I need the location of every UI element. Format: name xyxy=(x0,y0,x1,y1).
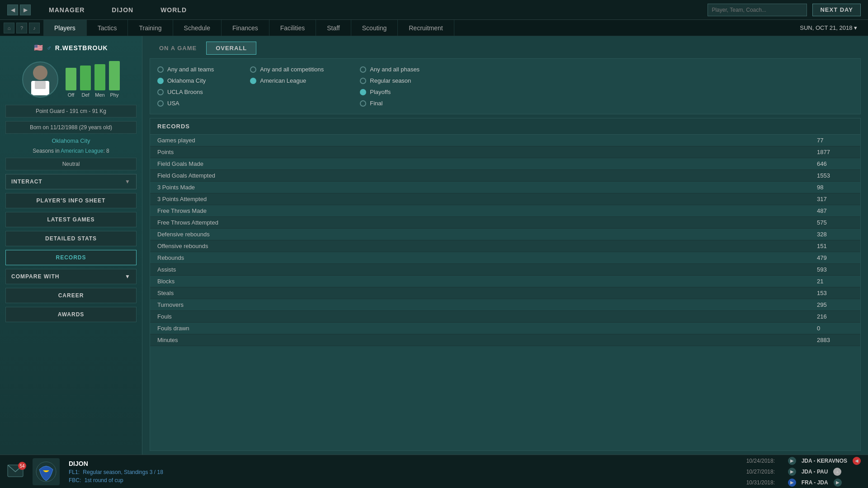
radio-oklahoma-circle xyxy=(157,78,164,84)
tab-finances[interactable]: Finances xyxy=(222,20,269,36)
svg-point-0 xyxy=(33,66,47,80)
record-name: Points xyxy=(157,149,817,155)
radio-all-teams-circle xyxy=(157,66,164,73)
record-value: 21 xyxy=(817,278,853,285)
radio-playoffs-label: Playoffs xyxy=(370,89,391,95)
radio-usa[interactable]: USA xyxy=(157,100,214,107)
record-row: Fouls drawn 0 xyxy=(150,323,860,334)
record-name: Minutes xyxy=(157,337,817,343)
team-logo xyxy=(33,458,60,485)
radio-all-teams[interactable]: Any and all teams xyxy=(157,66,214,73)
nav-links: MANAGER DIJON WORLD xyxy=(49,6,187,14)
latest-games-button[interactable]: LATEST GAMES xyxy=(5,212,137,227)
stat-bar-phy xyxy=(109,61,120,90)
record-name: Free Throws Made xyxy=(157,207,817,214)
match-3-right-icon: ▶ xyxy=(834,479,842,487)
radio-final-circle xyxy=(360,100,366,107)
nav-dijon[interactable]: DIJON xyxy=(112,6,133,14)
stat-bars: Off Def Men Phy xyxy=(66,61,120,98)
record-value: 0 xyxy=(817,325,853,332)
record-value: 98 xyxy=(817,184,853,191)
stat-bar-def xyxy=(80,66,91,90)
avatar-svg xyxy=(27,64,54,95)
match-2-icon: ▶ xyxy=(788,468,796,476)
career-button[interactable]: CAREER xyxy=(5,288,137,303)
record-row: Games played 77 xyxy=(150,135,860,146)
record-row: Turnovers 295 xyxy=(150,299,860,311)
back-button[interactable]: ◀ xyxy=(7,5,18,15)
tab-recruitment[interactable]: Recruitment xyxy=(398,20,454,36)
nav-manager[interactable]: MANAGER xyxy=(49,6,85,14)
record-value: 575 xyxy=(817,219,853,226)
match-1-right-icon: ◀ xyxy=(853,457,861,465)
bottom-info: DIJON FL1: Regular season, Standings 3 /… xyxy=(69,460,165,483)
record-name: Offensive rebounds xyxy=(157,243,817,249)
compare-with-button[interactable]: COMPARE WITH ▼ xyxy=(5,269,137,284)
record-row: Rebounds 479 xyxy=(150,252,860,264)
radio-ucla-circle xyxy=(157,89,164,95)
stat-bar-men xyxy=(94,64,105,90)
record-name: Assists xyxy=(157,266,817,273)
nav-arrows: ◀ ▶ xyxy=(7,5,31,15)
player-info-sheet-button[interactable]: PLAYER'S INFO SHEET xyxy=(5,193,137,208)
records-table: Games played 77 Points 1877 Field Goals … xyxy=(150,135,860,346)
player-team[interactable]: Oklahoma City xyxy=(5,137,137,144)
radio-regular-season[interactable]: Regular season xyxy=(360,77,420,84)
search-input[interactable] xyxy=(708,4,807,16)
sec-nav-icons: ⌂ ? ♪ xyxy=(4,23,40,33)
radio-playoffs[interactable]: Playoffs xyxy=(360,89,420,95)
records-button[interactable]: RECORDS xyxy=(5,250,137,265)
stat-phy-label: Phy xyxy=(110,92,119,98)
record-value: 153 xyxy=(817,290,853,296)
radio-final[interactable]: Final xyxy=(360,100,420,107)
records-header: RECORDS xyxy=(150,118,860,135)
fl1-value: Regular season, Standings 3 / 18 xyxy=(83,469,163,475)
tab-tactics[interactable]: Tactics xyxy=(87,20,128,36)
tab-schedule[interactable]: Schedule xyxy=(173,20,222,36)
record-row: Assists 593 xyxy=(150,264,860,276)
tab-training[interactable]: Training xyxy=(128,20,173,36)
filter-teams-col: Any and all teams Oklahoma City UCLA Bro… xyxy=(157,66,214,107)
stat-phy-col: Phy xyxy=(109,61,120,98)
detailed-stats-button[interactable]: DETAILED STATS xyxy=(5,231,137,246)
home-icon[interactable]: ⌂ xyxy=(4,23,14,33)
mail-icon-wrap[interactable]: 54 xyxy=(7,465,24,479)
next-day-button[interactable]: NEXT DAY xyxy=(812,4,861,16)
nav-world[interactable]: WORLD xyxy=(160,6,187,14)
radio-ucla[interactable]: UCLA Broons xyxy=(157,89,214,95)
radio-all-phases[interactable]: Any and all phases xyxy=(360,66,420,73)
tab-players[interactable]: Players xyxy=(43,20,87,36)
tab-scouting[interactable]: Scouting xyxy=(351,20,398,36)
music-icon[interactable]: ♪ xyxy=(29,23,40,33)
record-name: Blocks xyxy=(157,278,817,285)
record-value: 328 xyxy=(817,231,853,238)
match-1-date: 10/24/2018: xyxy=(746,458,783,464)
fbc-value: 1st round of cup xyxy=(85,477,123,483)
record-value: 487 xyxy=(817,207,853,214)
tab-on-a-game[interactable]: ON A GAME xyxy=(150,42,206,55)
record-name: Defensive rebounds xyxy=(157,231,817,238)
record-row: Blocks 21 xyxy=(150,276,860,287)
filter-phases-col: Any and all phases Regular season Playof… xyxy=(360,66,420,107)
main-container: 🇺🇸 ♂ R.WESTBROUK Off Def xyxy=(0,36,868,455)
record-value: 593 xyxy=(817,266,853,273)
awards-button[interactable]: AWARDS xyxy=(5,307,137,322)
forward-button[interactable]: ▶ xyxy=(20,5,31,15)
tab-staff[interactable]: Staff xyxy=(316,20,351,36)
bottom-bar: 54 DIJON FL1: Regular season, Standings … xyxy=(0,455,868,488)
svg-rect-2 xyxy=(35,81,46,89)
help-icon[interactable]: ? xyxy=(16,23,27,33)
interact-chevron-icon: ▼ xyxy=(125,178,131,185)
radio-oklahoma[interactable]: Oklahoma City xyxy=(157,77,214,84)
radio-all-competitions[interactable]: Any and all competitions xyxy=(250,66,324,73)
match-3-date: 10/31/2018: xyxy=(746,479,783,486)
mail-badge: 54 xyxy=(18,462,26,470)
radio-american-league[interactable]: American League xyxy=(250,77,324,84)
player-league-link[interactable]: American League xyxy=(61,148,103,154)
record-row: Minutes 2883 xyxy=(150,334,860,346)
tab-facilities[interactable]: Facilities xyxy=(269,20,316,36)
gender-icon: ♂ xyxy=(47,44,52,52)
tab-overall[interactable]: OVERALL xyxy=(206,42,256,55)
interact-button[interactable]: INTERACT ▼ xyxy=(5,174,137,189)
record-row: Defensive rebounds 328 xyxy=(150,229,860,240)
